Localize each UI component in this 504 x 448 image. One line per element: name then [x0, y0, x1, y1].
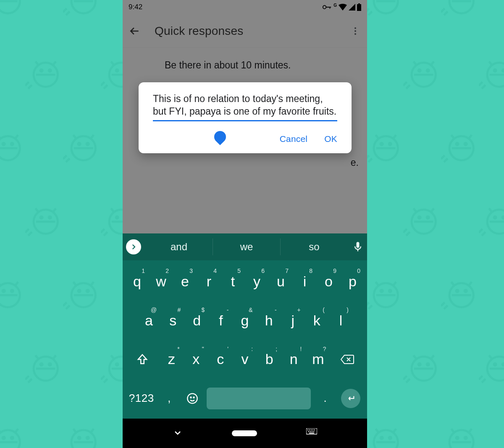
key-q[interactable]: q1 — [125, 267, 149, 296]
key-y[interactable]: y6 — [245, 267, 269, 296]
key-v[interactable]: v: — [233, 345, 257, 374]
ok-button[interactable]: OK — [324, 134, 337, 144]
svg-line-194 — [53, 208, 56, 212]
key-k[interactable]: k( — [305, 306, 329, 335]
suggestion-1[interactable]: and — [145, 238, 213, 255]
svg-point-237 — [427, 216, 429, 218]
svg-point-365 — [427, 363, 429, 365]
svg-line-47 — [368, 11, 372, 15]
svg-line-66 — [53, 61, 56, 65]
shift-key[interactable] — [125, 345, 159, 374]
key-x[interactable]: x" — [184, 345, 208, 374]
nav-back-icon[interactable] — [173, 427, 183, 439]
expand-suggestions-icon[interactable] — [126, 239, 141, 254]
nav-ime-switch-icon[interactable] — [306, 428, 317, 438]
emoji-key[interactable] — [181, 384, 204, 413]
svg-point-301 — [389, 290, 391, 292]
svg-point-68 — [40, 69, 42, 71]
svg-line-310 — [441, 302, 445, 306]
key-i[interactable]: i8 — [293, 267, 317, 296]
suggestion-3[interactable]: so — [281, 238, 348, 255]
svg-point-168 — [374, 136, 398, 160]
svg-point-296 — [374, 283, 398, 307]
symbols-key[interactable]: ?123 — [125, 384, 158, 413]
svg-point-325 — [49, 363, 51, 365]
svg-line-71 — [28, 85, 32, 89]
svg-line-79 — [104, 85, 108, 89]
svg-line-238 — [403, 229, 407, 233]
svg-line-78 — [101, 82, 105, 86]
svg-point-204 — [116, 216, 118, 218]
cancel-button[interactable]: Cancel — [280, 134, 308, 144]
svg-point-197 — [49, 216, 51, 218]
svg-point-300 — [381, 290, 383, 292]
svg-line-183 — [444, 158, 448, 162]
svg-line-393 — [73, 429, 76, 432]
svg-line-70 — [25, 82, 29, 86]
svg-line-198 — [25, 229, 29, 233]
svg-line-119 — [482, 85, 486, 89]
svg-line-130 — [15, 135, 18, 139]
svg-rect-460 — [307, 430, 308, 430]
key-h[interactable]: h- — [257, 306, 281, 335]
key-w[interactable]: w2 — [149, 267, 173, 296]
input-underline — [153, 120, 337, 121]
key-n[interactable]: n! — [281, 345, 306, 374]
key-m[interactable]: m? — [306, 345, 330, 374]
svg-point-309 — [465, 290, 467, 292]
key-f[interactable]: f- — [209, 306, 233, 335]
key-e[interactable]: e3 — [173, 267, 197, 296]
svg-line-113 — [489, 61, 492, 65]
key-l[interactable]: l) — [329, 306, 353, 335]
svg-line-234 — [431, 208, 434, 212]
svg-point-436 — [456, 437, 458, 439]
svg-line-362 — [431, 355, 434, 359]
key-t[interactable]: t5 — [221, 267, 245, 296]
period-key[interactable]: . — [313, 384, 336, 413]
svg-point-232 — [412, 210, 436, 233]
key-a[interactable]: a@ — [137, 306, 161, 335]
key-d[interactable]: d$ — [185, 306, 209, 335]
svg-point-424 — [374, 430, 398, 448]
svg-point-128 — [0, 136, 20, 160]
nav-home-pill[interactable] — [232, 430, 257, 436]
svg-line-247 — [482, 232, 486, 236]
backspace-key[interactable] — [331, 345, 365, 374]
svg-rect-466 — [310, 431, 311, 432]
svg-point-396 — [78, 437, 80, 439]
svg-point-76 — [116, 69, 118, 71]
key-c[interactable]: c' — [208, 345, 233, 374]
svg-point-180 — [456, 143, 458, 145]
key-s[interactable]: s# — [161, 306, 185, 335]
dialog-text-input[interactable]: This is of no relation to today's meetin… — [153, 92, 337, 120]
spacebar-key[interactable] — [207, 388, 311, 409]
key-o[interactable]: o9 — [317, 267, 341, 296]
svg-point-48 — [449, 0, 473, 13]
svg-rect-468 — [313, 431, 314, 432]
svg-point-432 — [449, 430, 473, 448]
key-r[interactable]: r4 — [197, 267, 221, 296]
svg-line-14 — [63, 8, 67, 12]
key-p[interactable]: p0 — [341, 267, 365, 296]
suggestion-bar: and we so — [123, 233, 367, 260]
svg-line-385 — [0, 429, 1, 432]
svg-point-141 — [87, 143, 89, 145]
svg-rect-467 — [312, 431, 312, 432]
svg-point-109 — [427, 69, 429, 71]
key-j[interactable]: j+ — [281, 306, 305, 335]
svg-line-361 — [413, 355, 416, 359]
enter-key[interactable] — [337, 384, 365, 413]
svg-point-360 — [412, 356, 436, 380]
svg-line-111 — [406, 85, 410, 89]
comma-key[interactable]: , — [158, 384, 181, 413]
key-u[interactable]: u7 — [269, 267, 293, 296]
mic-icon[interactable] — [352, 241, 364, 253]
key-z[interactable]: z* — [159, 345, 184, 374]
key-b[interactable]: b; — [257, 345, 281, 374]
svg-line-177 — [451, 135, 454, 139]
svg-point-192 — [34, 210, 58, 233]
svg-line-322 — [53, 355, 56, 359]
key-g[interactable]: g& — [233, 306, 257, 335]
svg-line-257 — [0, 282, 1, 286]
suggestion-2[interactable]: we — [213, 238, 281, 255]
